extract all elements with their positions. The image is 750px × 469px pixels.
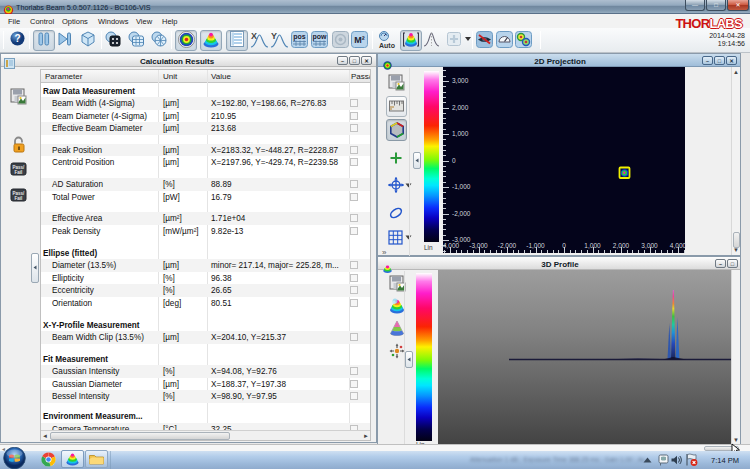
svg-text:M²: M² xyxy=(354,35,365,45)
svg-text:pow: pow xyxy=(313,33,328,41)
svg-text:Y: Y xyxy=(271,31,277,41)
svg-text:X: X xyxy=(251,31,257,41)
svg-text:?: ? xyxy=(14,33,20,44)
svg-text:Auto: Auto xyxy=(379,42,395,49)
svg-text:Fail: Fail xyxy=(15,196,23,201)
svg-text:pos: pos xyxy=(293,33,306,41)
svg-text:Fail: Fail xyxy=(15,170,23,175)
